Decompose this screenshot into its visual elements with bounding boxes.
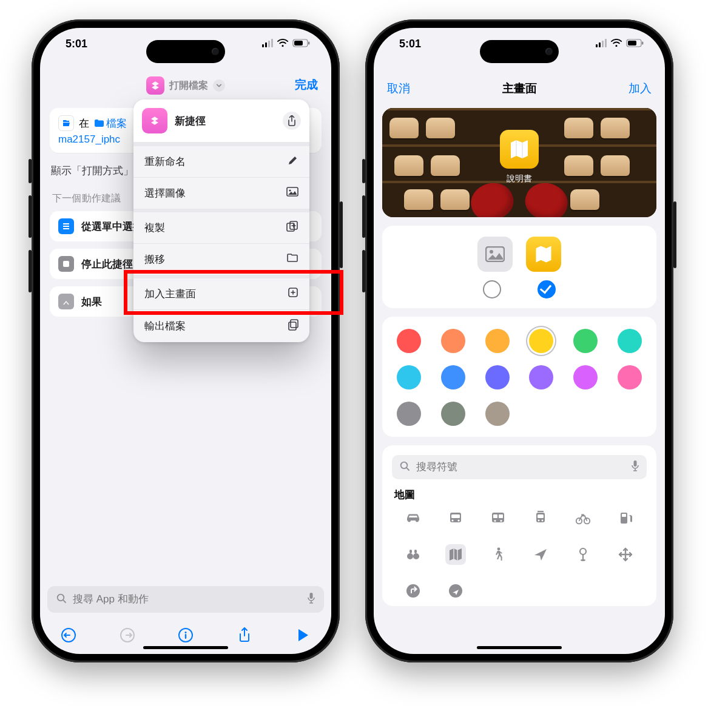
share-button[interactable] <box>235 626 254 644</box>
undo-button[interactable] <box>59 626 78 644</box>
glyph-bicycle-icon[interactable] <box>573 508 593 528</box>
wifi-icon <box>610 39 622 47</box>
editor-header: 打開檔案 完成 <box>40 72 331 99</box>
radio-photo[interactable] <box>483 280 501 298</box>
color-swatch[interactable] <box>397 365 421 389</box>
glyph-map-icon[interactable] <box>445 544 466 565</box>
glyph-car-icon[interactable] <box>403 508 423 528</box>
glyph-bus-front-icon[interactable] <box>445 508 466 528</box>
svg-point-36 <box>538 520 540 522</box>
color-swatch[interactable] <box>485 402 510 426</box>
color-swatch[interactable] <box>573 365 598 389</box>
map-glyph-icon <box>508 138 531 161</box>
menu-title: 新捷徑 <box>175 114 275 128</box>
svg-point-28 <box>457 519 459 521</box>
search-bar[interactable] <box>47 586 324 613</box>
share-button[interactable] <box>283 112 301 130</box>
glyph-walk-icon[interactable] <box>488 544 508 565</box>
info-button[interactable] <box>177 626 195 644</box>
color-swatch[interactable] <box>441 329 465 353</box>
branch-icon <box>58 294 74 309</box>
image-icon <box>485 246 505 262</box>
cellular-signal-icon <box>596 39 607 47</box>
svg-point-16 <box>185 632 187 633</box>
color-swatch[interactable] <box>485 365 510 389</box>
glyph-location-arrow-icon[interactable] <box>530 544 551 565</box>
svg-rect-24 <box>634 460 637 467</box>
search-icon <box>399 460 410 474</box>
menu-item-move[interactable]: 搬移 <box>133 243 309 275</box>
svg-rect-19 <box>628 41 636 45</box>
glyph-picker-card: 地圖 <box>382 445 656 606</box>
image-icon <box>286 187 298 200</box>
cellular-signal-icon <box>262 39 273 47</box>
svg-point-32 <box>494 520 496 522</box>
glyph-move-icon[interactable] <box>615 544 636 565</box>
glyph-category-label: 地圖 <box>394 488 644 502</box>
home-indicator <box>477 646 562 649</box>
color-swatch[interactable] <box>441 402 465 426</box>
choose-photo-option[interactable] <box>477 237 513 272</box>
svg-rect-35 <box>538 514 544 518</box>
duplicate-icon <box>286 221 298 235</box>
battery-icon <box>626 39 644 47</box>
color-swatch[interactable] <box>529 365 553 389</box>
menu-item-label: 加入主畫面 <box>144 287 196 301</box>
glyph-search-bar[interactable] <box>392 455 647 479</box>
glyph-fuel-icon[interactable] <box>615 508 636 528</box>
glyph-pin-icon[interactable] <box>573 544 593 565</box>
color-swatch[interactable] <box>618 329 642 353</box>
glyph-binoculars-icon[interactable] <box>403 544 423 565</box>
export-file-icon <box>288 318 298 334</box>
mic-icon[interactable] <box>307 592 315 607</box>
glyph-tram-icon[interactable] <box>530 508 551 528</box>
suggestion-label: 如果 <box>81 295 102 309</box>
home-screen-sheet-header: 取消 主畫面 加入 <box>374 72 665 102</box>
choose-glyph-option[interactable] <box>526 237 561 272</box>
svg-rect-17 <box>185 634 186 639</box>
glyph-turn-right-circle-icon[interactable] <box>403 581 423 601</box>
open-file-folder[interactable]: 檔案 <box>94 116 127 130</box>
folder-icon <box>94 119 104 127</box>
open-file-prefix: 在 <box>79 116 89 130</box>
mic-icon[interactable] <box>631 460 639 475</box>
color-swatch[interactable] <box>397 329 421 353</box>
dynamic-island <box>146 40 225 63</box>
svg-point-22 <box>490 250 493 254</box>
glyph-bus-side-icon[interactable] <box>488 508 508 528</box>
menu-item-label: 輸出檔案 <box>144 319 186 333</box>
menu-item-label: 選擇圖像 <box>144 186 186 200</box>
color-swatch[interactable] <box>485 329 510 353</box>
list-icon <box>58 218 74 234</box>
svg-rect-12 <box>310 593 313 599</box>
svg-point-47 <box>580 548 586 554</box>
svg-rect-20 <box>642 42 643 45</box>
search-input[interactable] <box>72 593 302 606</box>
color-swatch[interactable] <box>529 329 553 353</box>
preview-app-icon <box>500 130 539 169</box>
glyph-search-input[interactable] <box>415 460 626 474</box>
radio-glyph[interactable] <box>538 280 556 298</box>
menu-item-duplicate[interactable]: 複製 <box>133 209 309 243</box>
shortcut-title[interactable]: 打開檔案 <box>146 76 225 95</box>
menu-item-export-file[interactable]: 輸出檔案 <box>133 309 309 342</box>
svg-rect-26 <box>451 514 460 518</box>
color-swatch[interactable] <box>441 365 465 389</box>
glyph-direction-circle-icon[interactable] <box>445 581 466 601</box>
cancel-button[interactable]: 取消 <box>387 81 410 96</box>
svg-rect-10 <box>291 320 298 328</box>
done-button[interactable]: 完成 <box>295 77 318 93</box>
shortcut-title-text: 打開檔案 <box>169 79 208 92</box>
svg-rect-45 <box>414 550 417 553</box>
add-button[interactable]: 加入 <box>629 81 652 96</box>
color-swatch[interactable] <box>397 402 421 426</box>
search-icon <box>56 593 67 606</box>
color-swatch[interactable] <box>573 329 598 353</box>
menu-item-add-to-home[interactable]: 加入主畫面 <box>133 275 309 309</box>
run-button[interactable] <box>294 626 312 644</box>
menu-item-choose-image[interactable]: 選擇圖像 <box>133 177 309 209</box>
chevron-down-icon[interactable] <box>213 79 225 92</box>
color-swatch[interactable] <box>618 365 642 389</box>
menu-item-label: 搬移 <box>144 252 165 266</box>
menu-item-rename[interactable]: 重新命名 <box>133 143 309 177</box>
